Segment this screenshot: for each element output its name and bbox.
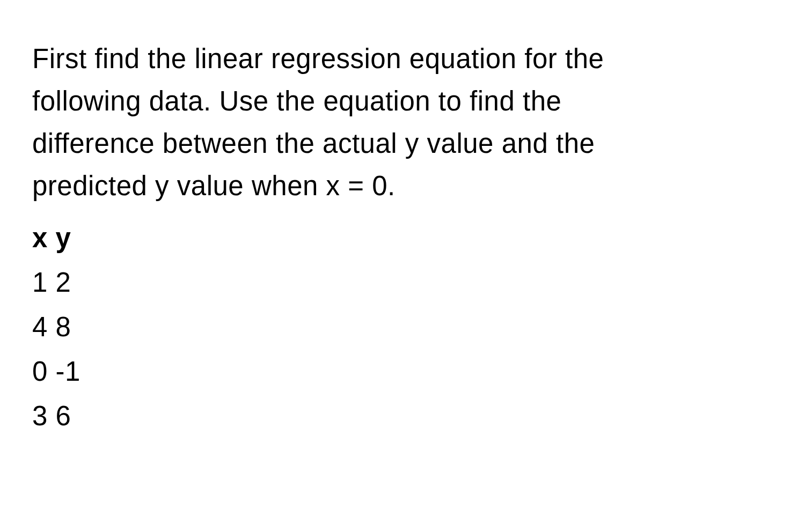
question-line-4: predicted y value when x = 0. [32,165,773,207]
table-row: 1 2 [32,261,773,304]
document-content: First find the linear regression equatio… [32,38,773,437]
table-row: 4 8 [32,306,773,348]
question-paragraph: First find the linear regression equatio… [32,38,773,207]
question-line-3: difference between the actual y value an… [32,122,773,165]
table-row: 0 -1 [32,350,773,393]
question-line-1: First find the linear regression equatio… [32,38,773,80]
table-header: x y [32,217,773,259]
question-line-2: following data. Use the equation to find… [32,80,773,122]
table-row: 3 6 [32,395,773,437]
